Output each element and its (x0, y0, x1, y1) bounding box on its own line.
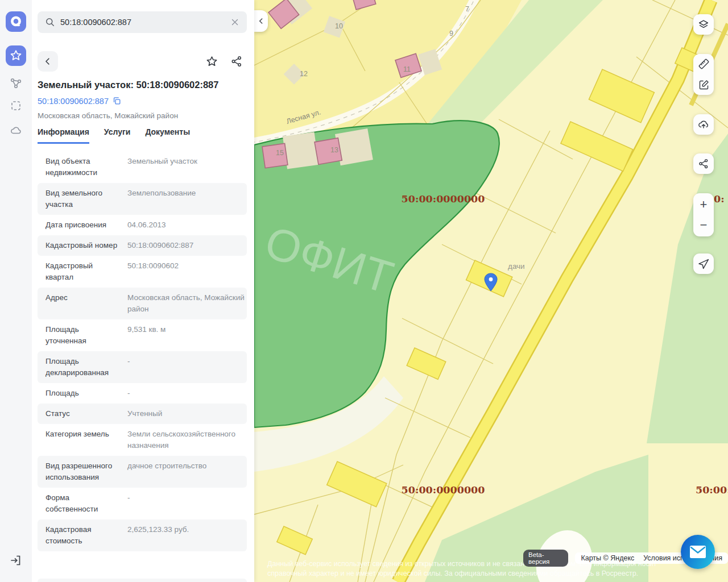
row-value: - (121, 388, 245, 399)
clear-search-icon[interactable] (230, 17, 240, 27)
search-input[interactable] (60, 18, 225, 27)
collapse-panel-button[interactable] (254, 10, 268, 32)
table-row: СтатусУчтенный (38, 404, 247, 424)
svg-text:50:00:0000000: 50:00:0000000 (402, 484, 485, 496)
row-label: Площадь (46, 388, 121, 399)
svg-text:50:00:: 50:00: (696, 484, 728, 496)
row-value: 50:18:0090602:887 (121, 240, 245, 251)
row-label: Адрес (46, 292, 121, 315)
measure-button[interactable] (693, 54, 714, 74)
table-row: Вид разрешенного использованиядачное стр… (38, 456, 247, 488)
table-row (38, 579, 247, 582)
row-value: - (121, 356, 245, 379)
layers-icon (697, 18, 710, 31)
row-value: Земельный участок (121, 156, 245, 178)
row-label: Категория земель (46, 429, 121, 451)
cloud-icon (9, 124, 23, 138)
row-value: Землепользование (121, 188, 245, 210)
envelope-icon (689, 545, 706, 559)
row-label: Статус (46, 408, 121, 419)
map-share-button[interactable] (693, 153, 714, 174)
beta-badge: Beta-версия (523, 550, 568, 567)
row-label: Площадь декларированная (46, 356, 121, 379)
row-label: Кадастровая стоимость (46, 524, 121, 547)
cadastral-number-link[interactable]: 50:18:0090602:887 (38, 96, 122, 106)
table-row: Вид земельного участкаЗемлепользование (38, 183, 247, 215)
draw-button[interactable] (693, 74, 714, 95)
region-subtitle: Московская область, Можайский район (38, 111, 178, 120)
zoom-out-button[interactable]: − (693, 215, 714, 235)
feedback-chat-button[interactable] (681, 535, 715, 569)
table-row: Дата присвоения04.06.2013 (38, 215, 247, 235)
back-button[interactable] (38, 51, 58, 72)
detail-header (38, 51, 247, 72)
star-outline-icon (205, 55, 218, 68)
tab-services[interactable]: Услуги (104, 127, 131, 144)
svg-text:15: 15 (276, 149, 284, 157)
app-logo-icon (9, 15, 23, 28)
page-title: Земельный участок: 50:18:0090602:887 (38, 80, 248, 90)
svg-text:0:: 0: (714, 193, 725, 205)
row-label: Кадастровый квартал (46, 260, 121, 283)
table-row: Вид объекта недвижимостиЗемельный участо… (38, 151, 247, 183)
polygon-nodes-icon (9, 76, 23, 90)
row-label: Площадь уточненная (46, 324, 121, 347)
row-value: Московская область, Можайский район (121, 292, 245, 315)
table-row: Форма собственности- (38, 488, 247, 519)
svg-text:12: 12 (300, 70, 308, 78)
cloud-upload-icon (697, 118, 710, 131)
table-row: Кадастровый номер50:18:0090602:887 (38, 235, 247, 256)
tab-information[interactable]: Информация (38, 127, 89, 144)
ruler-icon (698, 59, 710, 70)
search-bar[interactable] (38, 11, 247, 33)
detail-panel: Земельный участок: 50:18:0090602:887 50:… (32, 0, 254, 582)
svg-text:7: 7 (465, 5, 469, 13)
navigation-arrow-icon (698, 258, 710, 270)
row-value: 04.06.2013 (121, 219, 245, 231)
sidebar-item-cloud[interactable] (6, 120, 26, 141)
upload-button[interactable] (693, 114, 714, 135)
area-label: дачи (508, 262, 525, 271)
svg-text:13: 13 (330, 146, 338, 154)
row-value: дачное строительство (121, 460, 245, 483)
favorite-button[interactable] (201, 51, 222, 72)
map-canvas[interactable]: ОФИТ 12 11 10 9 (254, 0, 728, 582)
cadastral-number-text: 50:18:0090602:887 (38, 97, 109, 106)
sign-in-button[interactable] (6, 550, 26, 571)
layers-button[interactable] (693, 14, 714, 35)
svg-text:10: 10 (335, 22, 343, 30)
row-label: Вид объекта недвижимости (46, 156, 121, 178)
share-icon (698, 158, 709, 169)
table-row: Площадь уточненная9,531 кв. м (38, 319, 247, 351)
copy-icon[interactable] (112, 96, 122, 106)
zoom-out-label: − (700, 219, 708, 231)
share-button[interactable] (226, 51, 247, 72)
icon-rail (0, 0, 32, 582)
selection-square-icon (9, 99, 23, 113)
share-icon (230, 55, 243, 68)
table-row: Категория земельЗемли сельскохозяйственн… (38, 424, 247, 456)
attributes-table: Вид объекта недвижимостиЗемельный участо… (38, 151, 247, 551)
zoom-in-label: + (700, 198, 708, 211)
table-row: Площадь декларированная- (38, 351, 247, 383)
edit-icon (698, 79, 710, 91)
map-tiles[interactable]: ОФИТ 12 11 10 9 (254, 0, 728, 582)
row-value: 9,531 кв. м (121, 324, 245, 347)
zoom-controls: + − (693, 193, 714, 236)
sidebar-item-objects[interactable] (6, 73, 26, 93)
sidebar-item-select-area[interactable] (6, 95, 26, 116)
tab-documents[interactable]: Документы (145, 127, 190, 144)
sidebar-item-favorites[interactable] (6, 45, 26, 66)
login-icon (9, 554, 23, 567)
table-row: Кадастровая стоимость2,625,123.33 руб. (38, 519, 247, 551)
yandex-maps-link[interactable]: Карты © Яндекс (581, 554, 634, 562)
row-value: - (121, 492, 245, 515)
zoom-in-button[interactable]: + (693, 194, 714, 215)
row-value: 50:18:0090602 (121, 260, 245, 283)
table-row: Площадь- (38, 383, 247, 404)
svg-text:11: 11 (403, 65, 411, 73)
app-logo[interactable] (6, 11, 26, 32)
row-label: Форма собственности (46, 492, 121, 515)
locate-me-button[interactable] (693, 253, 714, 274)
tab-bar: Информация Услуги Документы (38, 127, 190, 144)
